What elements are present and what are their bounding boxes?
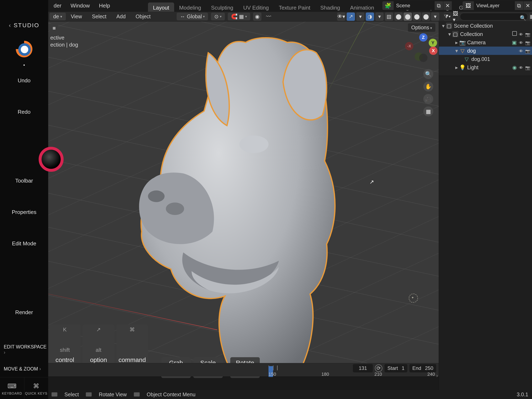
shading-dropdown-icon[interactable]: ▾	[431, 13, 439, 21]
outliner-display-icon[interactable]: 🖼▾	[453, 13, 458, 21]
blender-version: 3.0.1	[517, 392, 528, 398]
outliner-collection[interactable]: ▾▢ Collection	[439, 30, 532, 38]
sidebar-editmode[interactable]: Edit Mode	[12, 240, 36, 247]
exclude-checkbox[interactable]	[512, 31, 517, 36]
viewport-options-dropdown[interactable]: Options	[408, 23, 435, 32]
viewlayer-selector: 🖼 ⧉✕	[462, 1, 532, 10]
viewlayer-delete-icon[interactable]: ✕	[523, 1, 532, 10]
viewport-header: de View Select Add Object ↔ Global ⊙ 🧲 ▦…	[48, 12, 532, 22]
overlay-dropdown-icon[interactable]: ▾	[375, 13, 384, 21]
hide-icon[interactable]	[519, 31, 523, 37]
visibility-dropdown-icon[interactable]: 👁▾	[337, 13, 345, 21]
menu-der[interactable]: der	[49, 2, 66, 9]
xray-icon[interactable]: ▧	[385, 13, 393, 21]
edit-workspace-link[interactable]: EDIT WORKSPACE	[0, 339, 48, 361]
outliner-light[interactable]: ▸💡 Light ◉	[439, 63, 532, 71]
camera-icon[interactable]: 🎥	[423, 94, 433, 104]
menu-object[interactable]: Object	[131, 13, 156, 19]
current-frame[interactable]: 131	[353, 364, 373, 372]
quickkeys-toggle[interactable]: ⌘QUICK KEYS	[24, 377, 48, 399]
solid-shading-icon[interactable]: ⬤	[404, 13, 412, 21]
gizmo-toggle-icon[interactable]: ↗	[347, 13, 355, 21]
render-icon[interactable]	[525, 64, 530, 71]
menu-select[interactable]: Select	[87, 13, 111, 19]
hide-icon[interactable]	[519, 64, 523, 71]
autokey-icon[interactable]: ⟳	[375, 365, 382, 372]
sidebar-render[interactable]: Render	[15, 309, 33, 316]
scene-browse-icon[interactable]: 🧩	[382, 1, 394, 10]
gizmo-dropdown-icon[interactable]: ▾	[356, 13, 365, 21]
scene-field[interactable]	[394, 1, 434, 10]
proportional-curve-icon[interactable]: 〰	[264, 13, 273, 21]
hide-icon[interactable]	[519, 39, 523, 45]
gizmo-neg-x-axis[interactable]: -X	[405, 42, 413, 50]
pan-icon[interactable]: ✋	[423, 82, 433, 91]
viewlayer-field[interactable]	[474, 1, 514, 10]
end-frame[interactable]: End250	[409, 364, 436, 372]
sidebar-redo[interactable]: Redo	[18, 109, 31, 115]
properties-panel[interactable]	[439, 76, 532, 390]
outliner-dog001[interactable]: ▽ dog.001	[439, 55, 532, 63]
keyboard-toggle[interactable]: ⌨KEYBOARD	[0, 377, 24, 399]
sidebar-properties[interactable]: Properties	[12, 209, 37, 215]
3d-viewport[interactable]: ▦ ective ection | dog Options	[48, 22, 439, 363]
wireframe-shading-icon[interactable]: ⬤	[394, 13, 403, 21]
collection-icon: ▢	[452, 31, 458, 37]
camera-obj-icon: 📷	[459, 39, 466, 45]
render-icon[interactable]	[525, 31, 530, 37]
gizmo-y-axis[interactable]: Y	[429, 39, 437, 47]
studio-back[interactable]: STUDIO	[0, 14, 48, 41]
matprev-shading-icon[interactable]: ⬤	[413, 13, 421, 21]
key-alt-option: ↗ alt option	[83, 324, 114, 366]
hide-icon[interactable]	[519, 48, 523, 54]
zoom-icon[interactable]: 🔍	[423, 69, 433, 79]
ortho-icon[interactable]: ▦	[423, 106, 433, 116]
outliner-panel: ▾▢ Scene Collection ▾▢ Collection ▸📷 Cam…	[439, 22, 532, 390]
gizmo-neg-z-axis[interactable]	[419, 54, 427, 62]
pivot-dropdown[interactable]: ⊙	[211, 13, 225, 20]
outliner-filter-icon[interactable]: ⧩▾	[444, 13, 451, 21]
outliner-newcoll-icon[interactable]: ▦	[530, 13, 532, 21]
outliner-dog-label: dog	[467, 48, 476, 54]
mode-dropdown[interactable]: de	[50, 13, 66, 20]
snap-dropdown[interactable]: 🧲 ▦	[228, 13, 250, 20]
status-rotate: Rotate View	[99, 392, 127, 398]
nav-gizmo[interactable]: Z Y X -X	[410, 33, 437, 61]
menu-help[interactable]: Help	[94, 2, 114, 9]
shading-modes: ⬤ ⬤ ⬤ ⬤ ▾	[394, 13, 439, 21]
mouse-cursor-icon	[369, 179, 374, 185]
astropad-cursor-ring-icon	[39, 147, 63, 172]
menu-window[interactable]: Window	[66, 2, 94, 9]
outliner-dog[interactable]: ▾▽ dog	[439, 47, 532, 55]
orientation-dropdown[interactable]: ↔ Global	[177, 13, 208, 20]
gizmo-x-axis[interactable]: X	[429, 47, 437, 55]
outliner-camera[interactable]: ▸📷 Camera ▣	[439, 38, 532, 47]
scene-new-icon[interactable]: ⧉	[434, 1, 443, 10]
start-frame[interactable]: Start1	[385, 364, 407, 372]
mouse-left-icon	[51, 392, 57, 397]
proportional-edit-icon[interactable]: ◉	[253, 13, 261, 21]
menu-view[interactable]: View	[66, 13, 87, 19]
outliner-search-input[interactable]	[460, 13, 528, 20]
viewlayer-new-icon[interactable]: ⧉	[514, 1, 523, 10]
overlay-toggle-icon[interactable]: ◑	[366, 13, 374, 21]
timeline[interactable]: 150 180 210 240 131 ⟳ Start1 End250 ›	[48, 363, 439, 376]
viewlayer-browse-icon[interactable]: 🖼	[462, 1, 474, 10]
render-icon[interactable]	[525, 39, 530, 45]
menu-add[interactable]: Add	[111, 13, 131, 19]
svg-point-1	[166, 203, 184, 215]
blender-logo-icon	[16, 41, 32, 57]
sidebar-toolbar[interactable]: Toolbar	[15, 178, 33, 184]
sidebar-undo[interactable]: Undo	[18, 77, 31, 84]
editor-type-icon[interactable]: ▦	[50, 24, 58, 32]
rendered-shading-icon[interactable]: ⬤	[422, 13, 430, 21]
dog-mesh-preview[interactable]	[129, 28, 362, 363]
gizmo-z-axis[interactable]: Z	[419, 33, 427, 42]
render-icon[interactable]	[525, 48, 530, 54]
scene-delete-icon[interactable]: ✕	[443, 1, 452, 10]
light-data-icon: ◉	[512, 64, 517, 71]
outliner-scene-collection[interactable]: ▾▢ Scene Collection	[439, 22, 532, 30]
move-zoom-link[interactable]: MOVE & ZOOM	[0, 361, 48, 377]
key-shift-control: K shift control	[49, 324, 81, 366]
light-gizmo-icon[interactable]	[409, 294, 418, 303]
